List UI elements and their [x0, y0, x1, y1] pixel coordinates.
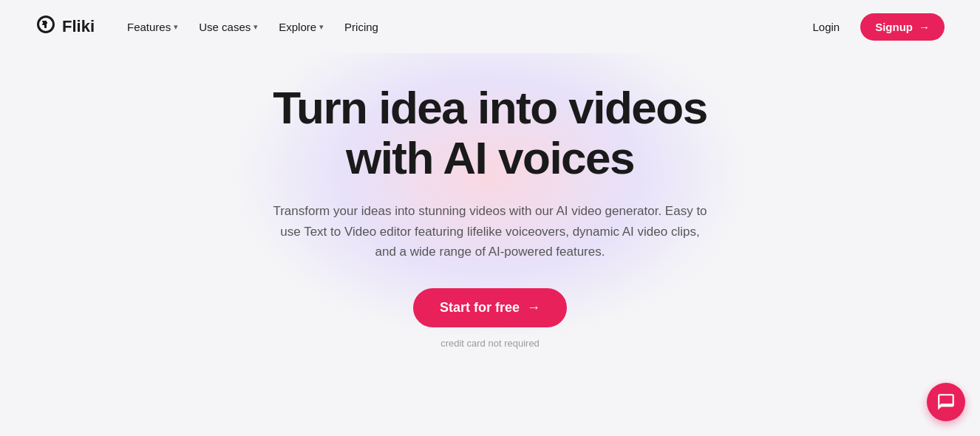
- nav-right: Login Signup →: [803, 13, 945, 41]
- login-button[interactable]: Login: [803, 15, 848, 39]
- chevron-down-icon: ▾: [174, 22, 178, 32]
- hero-subtitle: Transform your ideas into stunning video…: [268, 201, 712, 262]
- nav-links: Features ▾ Use cases ▾ Explore ▾ Pricing: [118, 15, 387, 39]
- logo[interactable]: Fliki: [35, 14, 95, 39]
- cta-note: credit card not required: [440, 338, 540, 349]
- nav-pricing-label: Pricing: [344, 21, 378, 33]
- chevron-down-icon: ▾: [319, 22, 324, 32]
- signup-button[interactable]: Signup →: [860, 13, 945, 41]
- nav-features[interactable]: Features ▾: [118, 15, 187, 39]
- hero-title-line2: with AI voices: [346, 132, 634, 183]
- cta-start-free-button[interactable]: Start for free →: [413, 288, 567, 327]
- nav-left: Fliki Features ▾ Use cases ▾ Explore ▾ P…: [35, 14, 387, 39]
- nav-explore-label: Explore: [279, 21, 316, 33]
- hero-section: Turn idea into videos with AI voices Tra…: [0, 53, 980, 349]
- nav-explore[interactable]: Explore ▾: [270, 15, 333, 39]
- chevron-down-icon: ▾: [253, 22, 258, 32]
- nav-use-cases[interactable]: Use cases ▾: [190, 15, 267, 39]
- cta-arrow-icon: →: [527, 300, 540, 316]
- signup-arrow-icon: →: [919, 21, 930, 33]
- chat-icon: [936, 392, 956, 412]
- signup-label: Signup: [875, 21, 913, 33]
- logo-text: Fliki: [62, 17, 95, 36]
- hero-content: Turn idea into videos with AI voices Tra…: [268, 83, 712, 349]
- logo-icon: [35, 14, 56, 39]
- chat-bubble-button[interactable]: [927, 383, 965, 421]
- navbar: Fliki Features ▾ Use cases ▾ Explore ▾ P…: [0, 0, 980, 53]
- hero-title: Turn idea into videos with AI voices: [273, 83, 707, 183]
- nav-features-label: Features: [127, 21, 171, 33]
- nav-pricing[interactable]: Pricing: [336, 15, 387, 39]
- login-label: Login: [812, 21, 840, 33]
- cta-label: Start for free: [440, 300, 520, 316]
- hero-title-line1: Turn idea into videos: [273, 82, 707, 133]
- nav-use-cases-label: Use cases: [199, 21, 251, 33]
